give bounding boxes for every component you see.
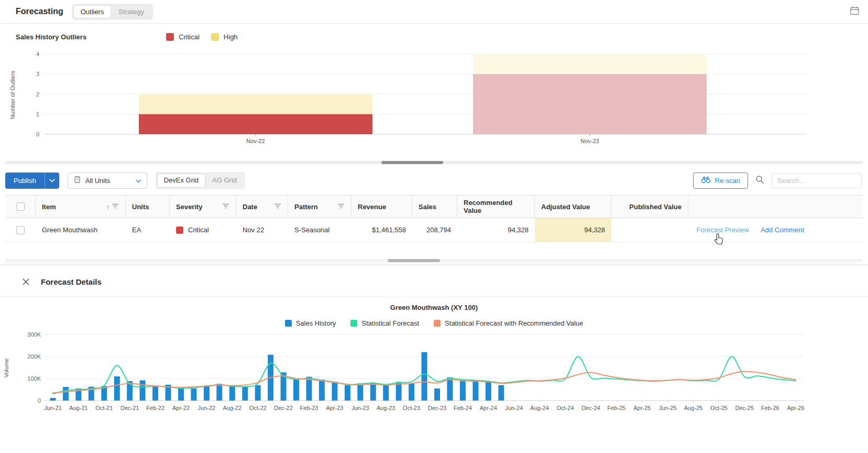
svg-text:4: 4 xyxy=(36,51,39,57)
svg-text:Oct-24: Oct-24 xyxy=(556,405,574,411)
severity-label: Critical xyxy=(188,226,209,234)
col-recommended-value[interactable]: Recommended Value xyxy=(457,196,535,218)
col-adjusted-value[interactable]: Adjusted Value xyxy=(535,196,611,218)
legend-item-statistical-forecast: Statistical Forecast xyxy=(350,319,419,327)
forecast-preview-link[interactable]: Forecast Preview xyxy=(696,226,749,234)
rescan-button[interactable]: Re-scan xyxy=(693,172,748,189)
adjusted-value-cell[interactable]: 94,328 xyxy=(535,218,611,242)
filter-icon[interactable] xyxy=(222,203,229,211)
grid-scrollbar-thumb[interactable] xyxy=(388,259,440,262)
pattern-cell: S-Seasonal xyxy=(288,218,351,242)
col-sales[interactable]: Sales xyxy=(412,196,457,218)
empty-row-space xyxy=(5,242,863,259)
devex-grid-toggle[interactable]: DevEx Grid xyxy=(157,174,205,188)
add-comment-link[interactable]: Add Comment xyxy=(761,226,804,234)
publish-button[interactable]: Publish xyxy=(5,172,59,189)
svg-text:Aug-25: Aug-25 xyxy=(684,405,702,411)
svg-text:Dec-24: Dec-24 xyxy=(581,405,600,411)
rescan-label[interactable]: Re-scan xyxy=(715,177,740,185)
calendar-icon[interactable] xyxy=(850,6,860,18)
published-value-cell xyxy=(611,218,688,242)
filter-icon[interactable] xyxy=(274,203,281,211)
grid-scrollbar[interactable] xyxy=(5,259,863,262)
col-sales-label: Sales xyxy=(419,203,436,211)
svg-text:Jun-23: Jun-23 xyxy=(351,405,369,411)
select-all-cell xyxy=(5,196,36,218)
col-pattern[interactable]: Pattern xyxy=(288,196,351,218)
table-row[interactable]: Green Mouthwash EA Critical Nov 22 S-Sea… xyxy=(5,218,863,242)
outliers-scrollbar[interactable] xyxy=(5,161,863,164)
svg-text:200K: 200K xyxy=(27,353,41,360)
col-actions xyxy=(688,196,863,218)
outliers-scrollbar-thumb[interactable] xyxy=(381,161,443,164)
svg-text:Oct-21: Oct-21 xyxy=(95,405,113,411)
publish-dropdown-button[interactable] xyxy=(45,172,59,189)
col-severity[interactable]: Severity xyxy=(170,196,236,218)
svg-text:Oct-22: Oct-22 xyxy=(249,405,267,411)
svg-text:Apr-22: Apr-22 xyxy=(172,405,190,411)
forecast-chart: 0100K200K300KVolumeJun-21Aug-21Oct-21Dec… xyxy=(0,330,868,418)
divider xyxy=(0,297,868,297)
svg-text:Feb-25: Feb-25 xyxy=(607,405,625,411)
svg-text:Nov-22: Nov-22 xyxy=(246,138,265,144)
col-published-label: Published Value xyxy=(629,203,682,211)
legend-high-label: High xyxy=(224,33,238,41)
forecast-recommended-label: Statistical Forecast with Recommended Va… xyxy=(445,319,583,327)
svg-text:Apr-23: Apr-23 xyxy=(326,405,343,411)
svg-text:Dec-23: Dec-23 xyxy=(428,405,446,411)
svg-text:Aug-23: Aug-23 xyxy=(377,405,395,411)
select-all-checkbox[interactable] xyxy=(16,202,25,211)
recommended-value-cell: 94,328 xyxy=(457,218,535,242)
forecast-recommended-swatch xyxy=(434,320,441,327)
ag-grid-toggle[interactable]: AG Grid xyxy=(205,174,244,188)
tab-strategy[interactable]: Strategy xyxy=(111,5,151,18)
svg-text:Feb-23: Feb-23 xyxy=(300,405,318,411)
col-pattern-label: Pattern xyxy=(294,203,318,211)
grid-toolbar: Publish All Units DevEx Grid AG Grid Re xyxy=(0,170,868,191)
publish-label[interactable]: Publish xyxy=(5,172,45,189)
col-units-label: Units xyxy=(132,203,149,211)
filter-icon[interactable] xyxy=(112,203,119,211)
units-filter-select[interactable]: All Units xyxy=(68,172,147,189)
item-cell: Green Mouthwash xyxy=(36,218,126,242)
svg-text:Dec-21: Dec-21 xyxy=(120,405,139,411)
binoculars-icon xyxy=(701,176,711,185)
view-tabs: Outliers Strategy xyxy=(72,4,153,20)
col-published-value[interactable]: Published Value xyxy=(611,196,688,218)
col-item[interactable]: Item ↑ xyxy=(36,196,126,218)
severity-critical-icon xyxy=(176,226,183,234)
col-severity-label: Severity xyxy=(176,203,203,211)
svg-text:Aug-24: Aug-24 xyxy=(530,405,548,411)
revenue-cell: $1,461,558 xyxy=(351,218,412,242)
col-units[interactable]: Units xyxy=(126,196,170,218)
outliers-chart-title: Sales History Outliers xyxy=(16,33,86,41)
svg-text:Jun-22: Jun-22 xyxy=(198,405,216,411)
svg-text:Aug-21: Aug-21 xyxy=(69,405,87,411)
svg-text:0: 0 xyxy=(36,131,39,137)
svg-text:Jun-24: Jun-24 xyxy=(505,405,523,411)
sort-ascending-icon[interactable]: ↑ xyxy=(106,203,110,211)
search-icon[interactable] xyxy=(755,175,764,186)
col-date[interactable]: Date xyxy=(236,196,288,218)
svg-text:Oct-23: Oct-23 xyxy=(403,405,420,411)
row-checkbox[interactable] xyxy=(16,226,25,234)
units-cell: EA xyxy=(126,218,170,242)
search-input[interactable] xyxy=(772,173,862,188)
svg-text:Aug-22: Aug-22 xyxy=(223,405,241,411)
tab-outliers[interactable]: Outliers xyxy=(73,5,112,18)
legend-item-forecast-recommended: Statistical Forecast with Recommended Va… xyxy=(434,319,583,327)
col-revenue[interactable]: Revenue xyxy=(351,196,412,218)
legend-item-critical: Critical xyxy=(166,33,200,41)
units-filter-value: All Units xyxy=(85,177,111,185)
svg-text:Number of Outliers: Number of Outliers xyxy=(9,70,16,119)
units-icon xyxy=(73,176,81,185)
statistical-forecast-label: Statistical Forecast xyxy=(361,319,419,327)
col-recommended-label: Recommended Value xyxy=(464,199,528,214)
svg-text:Jun-25: Jun-25 xyxy=(659,405,677,411)
sales-history-label: Sales History xyxy=(296,319,336,327)
critical-swatch xyxy=(166,33,174,41)
high-swatch xyxy=(211,33,219,41)
close-icon[interactable] xyxy=(18,274,34,289)
filter-icon[interactable] xyxy=(337,203,345,211)
severity-cell: Critical xyxy=(170,218,236,242)
